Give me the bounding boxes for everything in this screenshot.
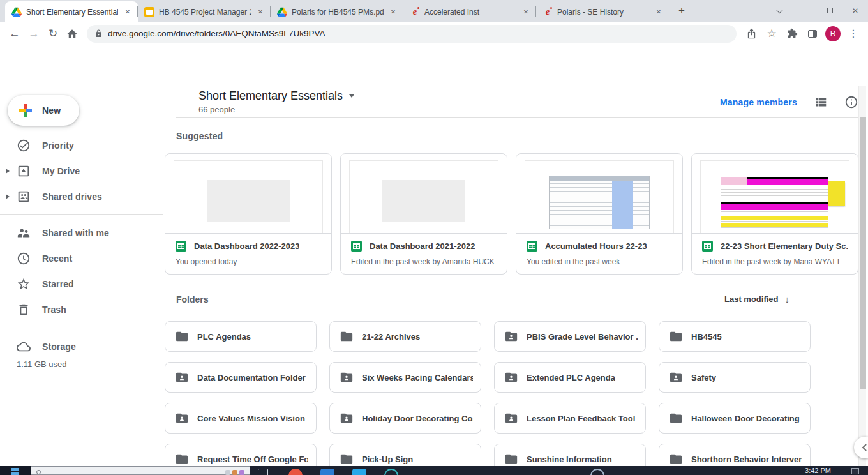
taskbar-search-box[interactable] [31, 466, 250, 475]
expand-caret-icon[interactable] [6, 169, 10, 174]
tab-close-icon[interactable]: ✕ [123, 7, 133, 17]
home-button[interactable] [63, 24, 82, 43]
info-icon[interactable] [844, 95, 858, 109]
minimize-button[interactable]: — [791, 0, 817, 21]
sidebar-item-shared-with-me[interactable]: Shared with me [0, 220, 163, 246]
sidebar-item-label: Shared with me [42, 228, 109, 238]
folder-card[interactable]: PLC Agendas [165, 321, 317, 352]
shared-folder-icon [504, 329, 518, 343]
tab-close-icon[interactable]: ✕ [654, 7, 664, 17]
tab-close-icon[interactable]: ✕ [255, 7, 266, 17]
folder-icon [340, 329, 354, 343]
tab-title: Polaris for HB4545 PMs.pdf [292, 8, 384, 17]
folder-card[interactable]: Extended PLC Agenda [494, 362, 646, 393]
sidebar-item-trash[interactable]: Trash [0, 297, 163, 322]
suggested-file-card[interactable]: 22-23 Short Elementary Duty Sc... Edited… [691, 153, 858, 275]
shared-folder-icon [175, 370, 189, 384]
new-button[interactable]: New [8, 95, 79, 126]
list-view-icon[interactable] [814, 95, 828, 109]
folders-heading: Folders [176, 294, 209, 305]
tab-close-icon[interactable]: ✕ [388, 7, 398, 17]
folders-grid: PLC Agendas 21-22 Archives [165, 321, 811, 474]
sidebar-item-starred[interactable]: Starred [0, 271, 163, 297]
file-title: Data Dashboard 2022-2023 [194, 241, 299, 251]
suggested-file-card[interactable]: Data Dashboard 2021-2022 Edited in the p… [340, 153, 507, 275]
back-button[interactable]: ← [5, 24, 24, 43]
folder-card[interactable]: Data Documentation Folder [165, 362, 317, 393]
taskbar-search-icon [36, 470, 41, 474]
manage-members-link[interactable]: Manage members [720, 97, 797, 107]
file-activity-caption: You edited in the past week [516, 252, 682, 266]
sidebar-item-shared-drives[interactable]: Shared drives [0, 184, 163, 209]
folder-card[interactable]: Lesson Plan Feedback Tool [494, 403, 646, 434]
forward-button[interactable]: → [24, 24, 43, 43]
sidebar-item-recent[interactable]: Recent [0, 246, 163, 271]
drive-header: Drive Search in Drive ✻ Arlington INDEPE… [0, 45, 868, 86]
file-thumbnail [692, 154, 858, 234]
taskbar-app-icon[interactable] [320, 469, 334, 475]
show-desktop-icon[interactable] [851, 468, 859, 474]
reload-button[interactable]: ↻ [43, 24, 63, 43]
suggested-file-card[interactable]: Data Dashboard 2022-2023 You opened toda… [165, 153, 332, 275]
task-view-icon[interactable] [258, 469, 268, 475]
shared-drive-title[interactable]: Short Elementary Essentials [198, 89, 354, 103]
side-panel-icon[interactable] [803, 24, 822, 43]
drive-sidebar: New Priority My Drive Shared drives Shar… [0, 86, 163, 466]
folder-card[interactable]: 21-22 Archives [329, 321, 481, 352]
folder-name: Lesson Plan Feedback Tool [527, 414, 635, 423]
browser-tab[interactable]: e Polaris - SE History ✕ [536, 1, 669, 22]
sort-direction-arrow-icon[interactable]: ↓ [785, 294, 790, 305]
tab-search-chevron-icon[interactable] [766, 0, 791, 21]
folder-card[interactable]: HB4545 [659, 321, 811, 352]
close-window-button[interactable]: ✕ [842, 0, 868, 21]
bookmark-star-icon[interactable]: ☆ [762, 24, 781, 43]
file-thumbnail [516, 154, 682, 234]
folder-icon [669, 452, 683, 466]
file-title: Accumulated Hours 22-23 [545, 241, 647, 251]
dropdown-arrow-icon[interactable] [349, 94, 354, 98]
start-button[interactable] [0, 466, 31, 475]
sidebar-divider [0, 328, 163, 328]
tab-close-icon[interactable]: ✕ [521, 7, 531, 17]
profile-avatar[interactable]: R [823, 24, 842, 43]
trash-icon [17, 303, 31, 317]
browser-tab[interactable]: e Accelerated Inst ✕ [403, 1, 536, 22]
shared-folder-icon [175, 411, 189, 425]
folder-card[interactable]: Six Weeks Pacing Calendars [329, 362, 481, 393]
share-icon[interactable] [742, 24, 761, 43]
taskbar-app-icon[interactable] [352, 469, 366, 475]
file-activity-caption: You opened today [165, 252, 331, 266]
browser-menu-icon[interactable]: ⋮ [844, 24, 863, 43]
browser-tab[interactable]: e Short Elementary Essentials ✕ [5, 1, 138, 22]
extensions-icon[interactable] [782, 24, 802, 43]
sidebar-item-my-drive[interactable]: My Drive [0, 158, 163, 184]
suggested-file-card[interactable]: Accumulated Hours 22-23 You edited in th… [516, 153, 683, 275]
folder-card[interactable]: PBIS Grade Level Behavior ... [494, 321, 646, 352]
browser-tab[interactable]: e HB 4545 Project Manager 22 ✕ [138, 1, 271, 22]
folder-card[interactable]: Core Values Mission Vision [165, 403, 317, 434]
eduphoria-icon: e [542, 7, 553, 17]
eduphoria-icon: e [410, 7, 420, 17]
scrollbar-track[interactable] [858, 86, 866, 466]
expand-caret-icon[interactable] [6, 194, 10, 199]
file-title: Data Dashboard 2021-2022 [370, 241, 475, 251]
scrollbar-thumb[interactable] [860, 117, 866, 389]
google-sheets-icon [176, 241, 186, 252]
sort-button[interactable]: Last modified ↓ [724, 294, 789, 305]
file-thumbnail [165, 154, 331, 234]
folder-card[interactable]: Safety [659, 362, 811, 393]
new-tab-button[interactable]: + [673, 3, 691, 20]
folder-name: PBIS Grade Level Behavior ... [527, 332, 638, 342]
sidebar-item-storage[interactable]: Storage [0, 334, 163, 359]
shared-folder-icon [669, 370, 683, 384]
shared-drives-icon [17, 190, 31, 204]
restore-button[interactable] [817, 0, 842, 21]
taskbar-clock[interactable]: 3:42 PM [805, 467, 831, 474]
folder-card[interactable]: Halloween Door Decorating ... [659, 403, 811, 434]
sidebar-item-priority[interactable]: Priority [0, 133, 163, 158]
weather-cloud-icon [225, 470, 230, 475]
address-bar[interactable]: drive.google.com/drive/folders/0AEQNtaMS… [87, 25, 737, 43]
folder-card[interactable]: Holiday Door Decorating Co... [329, 403, 481, 434]
sidebar-divider [0, 214, 163, 215]
browser-tab[interactable]: e Polaris for HB4545 PMs.pdf ✕ [271, 1, 403, 22]
